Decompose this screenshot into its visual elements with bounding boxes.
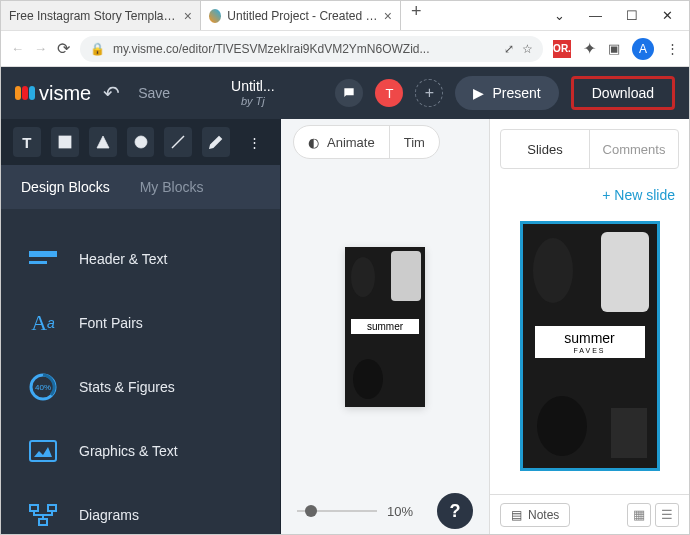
- line-tool[interactable]: [164, 127, 192, 157]
- tab-design-blocks[interactable]: Design Blocks: [21, 179, 110, 195]
- minimize-icon[interactable]: —: [589, 8, 602, 23]
- svg-rect-5: [30, 441, 56, 461]
- project-author: by Tj: [231, 95, 275, 108]
- block-font-pairs[interactable]: Aa Font Pairs: [1, 291, 280, 355]
- block-label: Diagrams: [79, 507, 139, 523]
- animate-button[interactable]: ◐ Animate: [294, 126, 389, 158]
- svg-rect-2: [29, 251, 57, 257]
- help-button[interactable]: ?: [437, 493, 473, 529]
- more-tools-icon[interactable]: ⋮: [240, 127, 268, 157]
- notes-icon: ▤: [511, 508, 522, 522]
- slide-thumbnail[interactable]: summer FAVES: [520, 221, 660, 471]
- graphics-icon: [25, 433, 61, 469]
- canvas-area: ◐ Animate Tim summer: [281, 119, 489, 534]
- pen-tool[interactable]: [202, 127, 230, 157]
- text-tool[interactable]: T: [13, 127, 41, 157]
- play-icon: ▶: [473, 85, 484, 101]
- sidebar: T ⋮ Design Blocks My Blocks Header & Tex…: [1, 119, 281, 534]
- url-text: my.visme.co/editor/TlVESVMzekIrai9KdVM2Y…: [113, 42, 496, 56]
- tab-comments[interactable]: Comments: [589, 130, 678, 168]
- close-icon[interactable]: ×: [184, 8, 192, 24]
- block-tabs: Design Blocks My Blocks: [1, 165, 280, 209]
- new-slide-button[interactable]: + New slide: [490, 179, 689, 211]
- zoom-value: 10%: [387, 504, 413, 519]
- app-header: visme ↶ Save Untitl... by Tj T + ▶ Prese…: [1, 67, 689, 119]
- new-tab-button[interactable]: +: [401, 1, 432, 30]
- address-bar: ← → ⟳ 🔒 my.visme.co/editor/TlVESVMzekIra…: [1, 31, 689, 67]
- canvas[interactable]: summer: [281, 165, 489, 488]
- app-icon[interactable]: ▣: [608, 41, 620, 56]
- tab-slides[interactable]: Slides: [501, 130, 589, 168]
- browser-tab[interactable]: Free Instagram Story Templates ×: [1, 1, 201, 30]
- notes-button[interactable]: ▤ Notes: [500, 503, 570, 527]
- close-icon[interactable]: ×: [384, 8, 392, 24]
- forward-icon[interactable]: →: [34, 41, 47, 56]
- back-icon[interactable]: ←: [11, 41, 24, 56]
- timeline-button[interactable]: Tim: [389, 126, 439, 158]
- stats-icon: 40%: [25, 369, 61, 405]
- extension-icon[interactable]: OR.: [553, 40, 571, 58]
- menu-icon[interactable]: ⋮: [666, 41, 679, 56]
- reload-icon[interactable]: ⟳: [57, 39, 70, 58]
- tab-title: Untitled Project - Created with V: [227, 9, 377, 23]
- star-icon[interactable]: ☆: [522, 42, 533, 56]
- download-label: Download: [592, 85, 654, 101]
- visme-favicon: [209, 9, 221, 23]
- block-header-text[interactable]: Header & Text: [1, 227, 280, 291]
- comment-icon[interactable]: [335, 79, 363, 107]
- circle-tool[interactable]: [127, 127, 155, 157]
- animate-timeline-toggle: ◐ Animate Tim: [293, 125, 440, 159]
- diagrams-icon: [25, 497, 61, 533]
- slide-title-label: summer FAVES: [535, 326, 645, 358]
- project-title-text: Untitl...: [231, 78, 275, 95]
- chevron-down-icon[interactable]: ⌄: [554, 8, 565, 23]
- header-text-icon: [25, 241, 61, 277]
- list-view-button[interactable]: ☰: [655, 503, 679, 527]
- rectangle-tool[interactable]: [51, 127, 79, 157]
- grid-view-button[interactable]: ▦: [627, 503, 651, 527]
- block-label: Header & Text: [79, 251, 167, 267]
- block-list: Header & Text Aa Font Pairs 40% Stats & …: [1, 209, 280, 534]
- block-graphics-text[interactable]: Graphics & Text: [1, 419, 280, 483]
- svg-rect-0: [59, 136, 71, 148]
- block-label: Stats & Figures: [79, 379, 175, 395]
- block-stats-figures[interactable]: 40% Stats & Figures: [1, 355, 280, 419]
- maximize-icon[interactable]: ☐: [626, 8, 638, 23]
- block-diagrams[interactable]: Diagrams: [1, 483, 280, 534]
- browser-titlebar: Free Instagram Story Templates × Untitle…: [1, 1, 689, 31]
- lock-icon: 🔒: [90, 42, 105, 56]
- profile-avatar[interactable]: A: [632, 38, 654, 60]
- present-button[interactable]: ▶ Present: [455, 76, 558, 110]
- svg-rect-8: [39, 519, 47, 525]
- undo-icon[interactable]: ↶: [103, 81, 120, 105]
- notes-label: Notes: [528, 508, 559, 522]
- download-button[interactable]: Download: [571, 76, 675, 110]
- translate-icon[interactable]: ⤢: [504, 42, 514, 56]
- present-label: Present: [492, 85, 540, 101]
- extensions-icon[interactable]: ✦: [583, 39, 596, 58]
- block-label: Graphics & Text: [79, 443, 178, 459]
- triangle-tool[interactable]: [89, 127, 117, 157]
- url-input[interactable]: 🔒 my.visme.co/editor/TlVESVMzekIrai9KdVM…: [80, 36, 543, 62]
- tab-my-blocks[interactable]: My Blocks: [140, 179, 204, 195]
- svg-rect-7: [48, 505, 56, 511]
- add-collaborator-button[interactable]: +: [415, 79, 443, 107]
- project-title[interactable]: Untitl... by Tj: [231, 78, 275, 108]
- user-avatar[interactable]: T: [375, 79, 403, 107]
- block-label: Font Pairs: [79, 315, 143, 331]
- logo-text: visme: [39, 82, 91, 105]
- animate-icon: ◐: [308, 135, 319, 150]
- visme-logo[interactable]: visme: [15, 82, 91, 105]
- browser-tab[interactable]: Untitled Project - Created with V ×: [201, 1, 401, 30]
- save-button[interactable]: Save: [138, 85, 170, 101]
- tab-title: Free Instagram Story Templates: [9, 9, 178, 23]
- slide-title-label: summer: [351, 319, 419, 334]
- close-window-icon[interactable]: ✕: [662, 8, 673, 23]
- zoom-slider[interactable]: [297, 510, 377, 512]
- slide-preview[interactable]: summer: [345, 247, 425, 407]
- animate-label: Animate: [327, 135, 375, 150]
- right-panel: Slides Comments + New slide summer FAVES: [489, 119, 689, 534]
- font-pairs-icon: Aa: [25, 305, 61, 341]
- svg-rect-3: [29, 261, 47, 264]
- timeline-label: Tim: [404, 135, 425, 150]
